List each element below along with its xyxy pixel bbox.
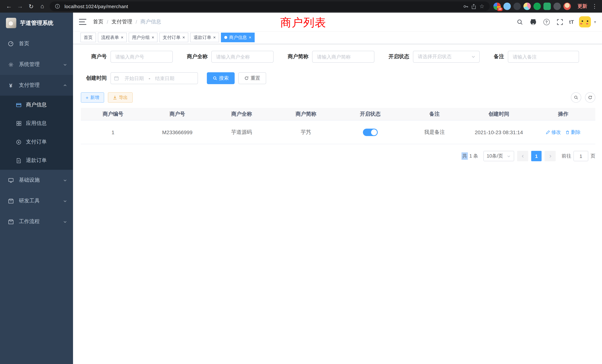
font-size-icon[interactable]: tT <box>569 19 574 25</box>
date-end-input[interactable] <box>151 75 179 81</box>
remark-input[interactable] <box>508 51 579 63</box>
breadcrumb-separator: / <box>136 19 137 25</box>
extension-icon-2[interactable] <box>503 3 511 10</box>
help-icon[interactable]: ? <box>542 18 551 26</box>
goto-page: 前往 页 <box>562 151 595 161</box>
page-number-1[interactable]: 1 <box>531 151 542 161</box>
sidebar-logo[interactable]: 芋道管理系统 <box>0 13 73 33</box>
delete-link[interactable]: 删除 <box>566 129 581 136</box>
tab-user-group[interactable]: 用户分组 × <box>129 33 158 42</box>
close-icon[interactable]: × <box>213 35 216 40</box>
extension-icon-6[interactable] <box>543 3 551 10</box>
next-page-button[interactable] <box>545 151 556 161</box>
close-icon[interactable]: × <box>152 35 154 40</box>
extension-icon-8[interactable] <box>563 3 571 10</box>
field-create-time: 创建时间 - <box>81 72 198 84</box>
yen-icon: ¥ <box>7 82 14 88</box>
page-size-select[interactable]: 10条/页 <box>483 151 514 161</box>
field-status: 开启状态 请选择开启状态 <box>383 51 480 63</box>
search-icon[interactable] <box>516 18 524 26</box>
tab-refund-order[interactable]: 退款订单 × <box>190 33 219 42</box>
chrome-update-button[interactable]: 更新 <box>575 3 590 10</box>
edit-link[interactable]: 修改 <box>546 129 561 136</box>
date-range-picker[interactable]: - <box>110 72 198 84</box>
breadcrumb-item[interactable]: 首页 <box>93 19 103 25</box>
card-icon <box>16 102 22 108</box>
box-icon <box>7 219 14 225</box>
reset-button[interactable]: 重置 <box>238 72 266 84</box>
extension-icon-7[interactable] <box>553 3 561 10</box>
browser-reload-icon[interactable]: ↻ <box>26 1 36 11</box>
sidebar-item-label: 基础设施 <box>19 177 40 183</box>
extension-icon-5[interactable] <box>533 3 541 10</box>
short-name-input[interactable] <box>312 51 374 63</box>
bookmark-star-icon[interactable]: ☆ <box>478 2 486 10</box>
close-icon[interactable]: × <box>249 35 251 40</box>
url-text[interactable]: localhost:1024/pay/merchant <box>64 3 462 9</box>
sidebar-item-refund-order[interactable]: 退款订单 <box>0 151 73 170</box>
prev-page-button[interactable] <box>517 151 528 161</box>
breadcrumb: 首页 / 支付管理 / 商户信息 <box>93 19 161 25</box>
sidebar-toggle-icon[interactable] <box>79 19 86 25</box>
show-search-toggle-button[interactable] <box>571 92 581 103</box>
close-icon[interactable]: × <box>121 35 123 40</box>
date-start-input[interactable] <box>120 75 148 81</box>
export-button[interactable]: 导出 <box>108 92 132 103</box>
sidebar-item-label: 支付订单 <box>26 139 47 145</box>
sidebar-item-label: 首页 <box>19 40 29 47</box>
sidebar-item-devtools[interactable]: 研发工具 <box>0 191 73 211</box>
field-short-name: 商户简称 <box>282 51 374 63</box>
sidebar-item-label: 研发工具 <box>19 198 40 204</box>
chevron-down-icon <box>63 199 67 203</box>
cell-merchant-no: M233666999 <box>145 120 209 144</box>
chrome-menu-icon[interactable]: ⋮ <box>591 3 598 10</box>
tab-process-form[interactable]: 流程表单 × <box>98 33 127 42</box>
browser-forward-icon[interactable]: → <box>15 1 25 11</box>
field-label: 商户全称 <box>182 53 211 60</box>
browser-home-icon[interactable]: ⌂ <box>37 1 47 11</box>
tab-merchant-info[interactable]: 商户信息 × <box>221 33 255 42</box>
breadcrumb-item[interactable]: 支付管理 <box>112 19 132 25</box>
address-bar[interactable]: localhost:1024/pay/merchant ☆ <box>50 1 490 11</box>
search-form-row-1: 商户号 商户全称 商户简称 开启状态 请选择开启状态 <box>81 51 595 63</box>
delete-link-label: 删除 <box>571 129 581 136</box>
payment-submenu: 商户信息 应用信息 支付订单 <box>0 96 73 170</box>
sidebar-item-infra[interactable]: 基础设施 <box>0 170 73 191</box>
close-icon[interactable]: × <box>182 35 185 40</box>
password-key-icon[interactable] <box>462 2 470 10</box>
goto-page-input[interactable] <box>573 151 588 161</box>
sidebar-item-workflow[interactable]: 工作流程 <box>0 211 73 232</box>
extension-icon-1[interactable]: 10 <box>493 3 501 10</box>
reset-button-label: 重置 <box>251 75 260 82</box>
tab-home[interactable]: 首页 <box>80 33 96 42</box>
sidebar-item-home[interactable]: 首页 <box>0 33 73 54</box>
github-icon[interactable] <box>529 18 537 26</box>
sidebar-item-payment[interactable]: ¥ 支付管理 <box>0 75 73 96</box>
page-info-icon[interactable] <box>53 2 62 10</box>
add-button[interactable]: + 新增 <box>81 92 104 103</box>
browser-back-icon[interactable]: ← <box>4 1 14 11</box>
status-toggle[interactable] <box>363 128 378 136</box>
extension-icon-3[interactable] <box>513 3 521 10</box>
merchant-no-input[interactable] <box>110 51 173 63</box>
sidebar-item-pay-order[interactable]: 支付订单 <box>0 133 73 151</box>
sidebar-item-merchant-info[interactable]: 商户信息 <box>0 96 73 114</box>
tab-label: 用户分组 <box>132 34 150 41</box>
extension-icon-4[interactable] <box>523 3 531 10</box>
col-header: 开启状态 <box>338 108 402 120</box>
user-avatar[interactable] <box>579 16 591 27</box>
avatar-caret-icon[interactable]: ▾ <box>594 20 596 24</box>
full-name-input[interactable] <box>211 51 274 63</box>
document-icon <box>16 158 22 163</box>
refresh-button[interactable] <box>585 92 595 103</box>
share-icon[interactable] <box>470 2 478 10</box>
edit-link-label: 修改 <box>551 129 561 136</box>
tab-label: 退款订单 <box>194 34 211 41</box>
select-placeholder: 请选择开启状态 <box>418 53 471 60</box>
status-select[interactable]: 请选择开启状态 <box>413 51 480 63</box>
tab-pay-order[interactable]: 支付订单 × <box>159 33 188 42</box>
search-button[interactable]: 搜索 <box>207 72 235 84</box>
fullscreen-icon[interactable] <box>556 18 564 26</box>
sidebar-item-app-info[interactable]: 应用信息 <box>0 114 73 133</box>
sidebar-item-system[interactable]: 系统管理 <box>0 54 73 75</box>
